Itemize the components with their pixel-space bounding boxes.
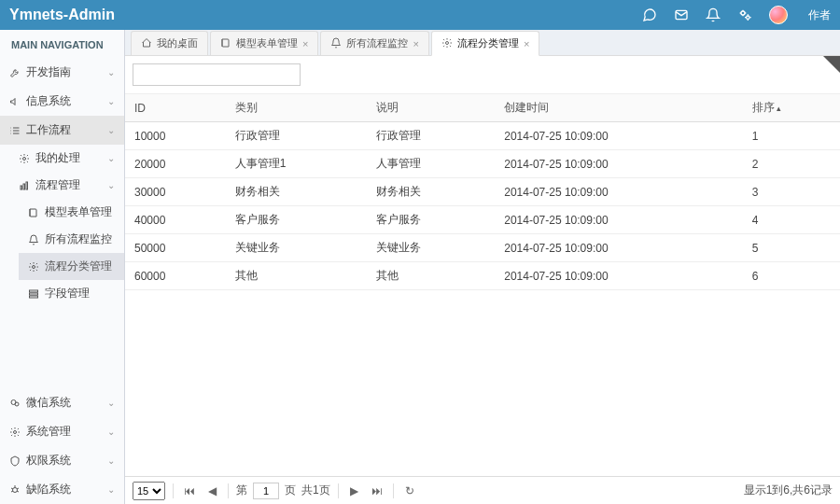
- cell-desc: 行政管理: [367, 122, 495, 150]
- cell-id: 10000: [125, 122, 226, 150]
- refresh-icon[interactable]: ↻: [401, 483, 418, 499]
- cell-cat: 客户服务: [226, 206, 367, 234]
- table-row[interactable]: 40000客户服务客户服务2014-07-25 10:09:004: [125, 206, 840, 234]
- svg-point-19: [14, 430, 17, 433]
- nav-header: MAIN NAVIGATION: [0, 30, 124, 58]
- cell-id: 30000: [125, 178, 226, 206]
- sidebar-item-模型表单管理[interactable]: 模型表单管理: [19, 199, 124, 226]
- sidebar-item-系统管理[interactable]: 系统管理⌄: [0, 417, 124, 446]
- cell-created: 2014-07-25 10:09:00: [495, 234, 743, 262]
- table-row[interactable]: 10000行政管理行政管理2014-07-25 10:09:001: [125, 122, 840, 150]
- tab-流程分类管理[interactable]: 流程分类管理×: [431, 31, 539, 56]
- cell-sort: 2: [743, 150, 840, 178]
- gear-icon: [441, 37, 453, 50]
- cell-desc: 其他: [367, 262, 495, 290]
- corner-fold-icon[interactable]: [823, 56, 840, 73]
- tabs: 我的桌面模型表单管理×所有流程监控×流程分类管理×: [125, 30, 840, 56]
- table-row[interactable]: 30000财务相关财务相关2014-07-25 10:09:003: [125, 178, 840, 206]
- table-row[interactable]: 60000其他其他2014-07-25 10:09:006: [125, 262, 840, 290]
- chevron-down-icon: ⌄: [107, 398, 115, 408]
- toolbar: [125, 56, 840, 94]
- pager: 15 ⏮ ◀ 第 页 共1页 ▶ ⏭ ↻ 显示1到6,共6记录: [125, 476, 840, 504]
- svg-point-1: [741, 11, 745, 15]
- cell-id: 40000: [125, 206, 226, 234]
- bell-icon[interactable]: [706, 7, 721, 22]
- svg-point-9: [23, 157, 26, 160]
- cell-desc: 客户服务: [367, 206, 495, 234]
- page-input[interactable]: [253, 483, 279, 499]
- svg-rect-16: [30, 296, 38, 298]
- tab-我的桌面[interactable]: 我的桌面: [131, 31, 208, 55]
- col-id[interactable]: ID: [125, 94, 226, 122]
- cell-sort: 3: [743, 178, 840, 206]
- shield-icon: [9, 455, 21, 467]
- user-label[interactable]: 作者: [808, 7, 831, 23]
- main: 我的桌面模型表单管理×所有流程监控×流程分类管理× ID类别说明创建时间排序 1…: [125, 30, 840, 504]
- home-icon: [141, 37, 152, 50]
- sidebar-item-label: 字段管理: [45, 286, 90, 301]
- header-icons: 作者: [642, 6, 831, 24]
- sidebar-item-流程分类管理[interactable]: 流程分类管理: [19, 253, 124, 280]
- mail-icon[interactable]: [674, 7, 689, 22]
- sidebar-item-label: 流程管理: [35, 177, 80, 193]
- tab-模型表单管理[interactable]: 模型表单管理×: [210, 31, 318, 55]
- sidebar-item-label: 信息系统: [26, 93, 71, 109]
- search-input[interactable]: [133, 63, 301, 86]
- wechat-icon: [9, 398, 21, 409]
- sidebar-item-流程管理[interactable]: 流程管理⌄: [9, 172, 124, 199]
- tab-label: 流程分类管理: [457, 36, 519, 50]
- col-sort[interactable]: 排序: [743, 94, 840, 122]
- sidebar-item-开发指南[interactable]: 开发指南⌄: [0, 58, 124, 87]
- cell-sort: 1: [743, 122, 840, 150]
- sidebar-item-字段管理[interactable]: 字段管理: [19, 280, 124, 307]
- close-icon[interactable]: ×: [524, 38, 529, 49]
- chevron-down-icon: ⌄: [107, 153, 115, 163]
- sidebar: MAIN NAVIGATION 开发指南⌄信息系统⌄工作流程⌄我的处理⌄流程管理…: [0, 30, 125, 504]
- svg-point-2: [747, 16, 749, 19]
- col-created[interactable]: 创建时间: [495, 94, 743, 122]
- last-page-icon[interactable]: ⏭: [369, 483, 385, 499]
- sidebar-item-所有流程监控[interactable]: 所有流程监控: [19, 226, 124, 253]
- table-row[interactable]: 20000人事管理1人事管理2014-07-25 10:09:002: [125, 150, 840, 178]
- first-page-icon[interactable]: ⏮: [181, 483, 198, 499]
- prev-page-icon[interactable]: ◀: [203, 483, 220, 499]
- sidebar-item-label: 缺陷系统: [26, 482, 71, 497]
- sidebar-item-缺陷系统[interactable]: 缺陷系统⌄: [0, 475, 124, 504]
- avatar[interactable]: [769, 6, 788, 24]
- gear-icon: [9, 427, 21, 438]
- close-icon[interactable]: ×: [302, 38, 308, 49]
- sidebar-item-微信系统[interactable]: 微信系统⌄: [0, 388, 124, 417]
- sidebar-item-label: 开发指南: [26, 64, 71, 80]
- table-row[interactable]: 50000关键业务关键业务2014-07-25 10:09:005: [125, 234, 840, 262]
- chevron-down-icon: ⌄: [107, 96, 115, 106]
- cell-cat: 行政管理: [226, 122, 367, 150]
- next-page-icon[interactable]: ▶: [346, 483, 363, 499]
- page-size-select[interactable]: 15: [133, 482, 165, 500]
- gear-icon: [28, 261, 39, 273]
- bug-icon: [9, 484, 21, 496]
- sidebar-item-我的处理[interactable]: 我的处理⌄: [9, 145, 124, 172]
- cell-id: 50000: [125, 234, 226, 262]
- tab-label: 所有流程监控: [346, 36, 408, 50]
- sidebar-item-信息系统[interactable]: 信息系统⌄: [0, 87, 124, 116]
- col-desc[interactable]: 说明: [367, 94, 495, 122]
- cell-sort: 4: [743, 206, 840, 234]
- cell-cat: 财务相关: [226, 178, 367, 206]
- sidebar-item-label: 系统管理: [26, 424, 71, 440]
- col-cat[interactable]: 类别: [226, 94, 367, 122]
- data-grid: ID类别说明创建时间排序 10000行政管理行政管理2014-07-25 10:…: [125, 94, 840, 476]
- close-icon[interactable]: ×: [413, 38, 418, 49]
- sidebar-item-工作流程[interactable]: 工作流程⌄: [0, 116, 124, 145]
- tab-所有流程监控[interactable]: 所有流程监控×: [320, 31, 428, 55]
- chevron-down-icon: ⌄: [107, 67, 115, 77]
- header: Ymnets-Admin 作者: [0, 0, 840, 30]
- chat-icon[interactable]: [642, 7, 657, 22]
- pager-summary: 显示1到6,共6记录: [744, 483, 833, 498]
- chevron-down-icon: ⌄: [107, 427, 115, 437]
- cell-created: 2014-07-25 10:09:00: [495, 122, 743, 150]
- chevron-down-icon: ⌄: [107, 125, 115, 135]
- logo[interactable]: Ymnets-Admin: [9, 7, 131, 23]
- cell-cat: 人事管理1: [226, 150, 367, 178]
- cogs-icon[interactable]: [737, 7, 752, 22]
- sidebar-item-权限系统[interactable]: 权限系统⌄: [0, 446, 124, 475]
